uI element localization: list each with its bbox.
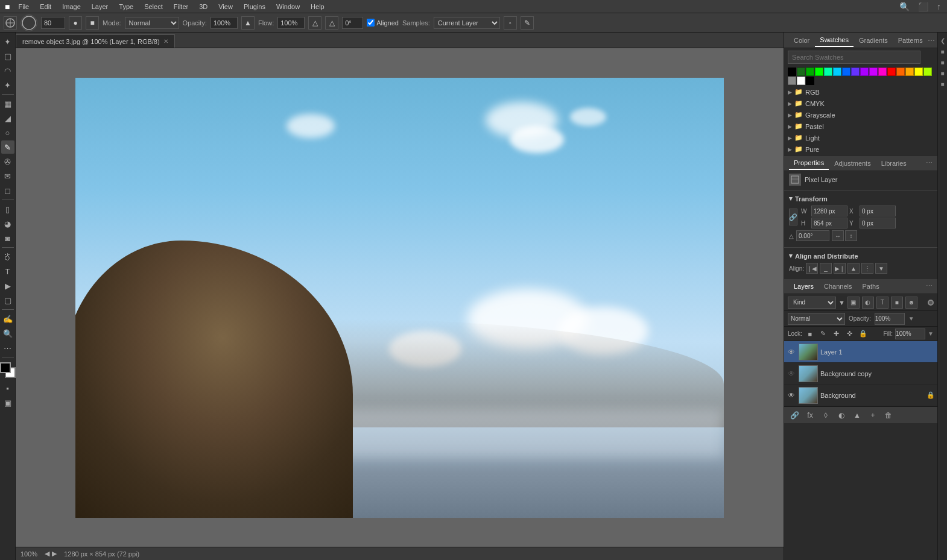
swatch-green[interactable] (806, 68, 814, 76)
y-input[interactable] (860, 218, 896, 228)
h-input[interactable] (811, 218, 847, 228)
eyedropper-tool[interactable]: ◢ (1, 112, 14, 125)
panels-toggle-3[interactable]: ■ (939, 58, 947, 66)
align-center-v-btn[interactable]: ⋮ (861, 263, 873, 274)
swatch-magenta[interactable] (869, 68, 878, 76)
layer-item-1[interactable]: 👁 Background copy (784, 363, 937, 385)
properties-menu-icon[interactable]: ⋯ (926, 159, 933, 167)
foreground-color[interactable] (0, 362, 11, 373)
swatch-yellow-green[interactable] (923, 68, 932, 76)
pen-tool[interactable]: ⛣ (1, 250, 14, 263)
dodge-tool[interactable]: ◙ (1, 231, 14, 245)
shape-tool[interactable]: ▢ (1, 294, 14, 307)
swatch-gray[interactable] (788, 77, 796, 85)
hand-tool[interactable]: ✍ (1, 312, 14, 326)
layer-eye-1[interactable]: 👁 (787, 369, 796, 379)
samples-select[interactable]: Current Layer (434, 17, 500, 29)
select-tool[interactable]: ▢ (1, 49, 14, 63)
flip-v-btn[interactable]: ↕ (845, 230, 857, 241)
panels-toggle-5[interactable]: ■ (939, 80, 947, 88)
tab-paths[interactable]: Paths (858, 280, 884, 292)
menu-view[interactable]: View (214, 2, 238, 11)
spot-heal-tool[interactable]: ○ (1, 126, 14, 139)
filter-type-btn[interactable]: T (876, 297, 888, 309)
menu-help[interactable]: Help (306, 2, 329, 11)
tab-color[interactable]: Color (789, 34, 814, 46)
panel-menu-icon[interactable]: ⋯ (928, 36, 935, 45)
eraser-tool[interactable]: ◻ (1, 184, 14, 197)
swatch-purple[interactable] (851, 68, 860, 76)
angle-icon[interactable]: △ (325, 16, 338, 30)
swatch-blue[interactable] (842, 68, 850, 76)
tab-adjustments[interactable]: Adjustments (829, 157, 876, 169)
layer-item-2[interactable]: 👁 Background 🔒 (784, 385, 937, 406)
lock-artboard-btn[interactable]: ✚ (831, 329, 842, 339)
gradient-tool[interactable]: ▯ (1, 203, 14, 216)
layer-adjust-btn[interactable]: ◐ (835, 409, 848, 422)
layer-eye-2[interactable]: 👁 (787, 391, 796, 400)
w-input[interactable] (811, 206, 847, 216)
filter-adj-btn[interactable]: ◐ (862, 297, 874, 309)
flip-h-btn[interactable]: ↔ (832, 230, 844, 241)
zoom-tool[interactable]: 🔍 (1, 327, 14, 340)
search-btn[interactable]: 🔍 (896, 2, 913, 11)
brush-hardness-icon[interactable]: ■ (86, 16, 99, 30)
menu-window[interactable]: Window (271, 2, 305, 11)
prev-arrow[interactable]: ◀ (45, 550, 49, 558)
tab-swatches[interactable]: Swatches (815, 34, 854, 47)
workspace-btn[interactable]: ⬛ (914, 2, 932, 11)
x-input[interactable] (860, 206, 896, 216)
layer-fx-btn[interactable]: fx (803, 409, 817, 422)
menu-layer[interactable]: Layer (87, 2, 113, 11)
layer-eye-0[interactable]: 👁 (787, 347, 796, 357)
swatch-black2[interactable] (806, 77, 814, 85)
next-arrow[interactable]: ▶ (52, 550, 57, 558)
menu-select[interactable]: Select (139, 2, 168, 11)
brush-tool[interactable]: ✎ (1, 140, 14, 154)
canvas-wrapper[interactable] (16, 48, 784, 547)
lock-all-btn[interactable]: 🔒 (858, 329, 869, 339)
tab-gradients[interactable]: Gradients (854, 34, 893, 46)
screen-mode-btn[interactable]: ▣ (1, 396, 14, 409)
extra-btn[interactable]: ✎ (521, 16, 534, 30)
swatch-black[interactable] (788, 68, 796, 76)
swatch-white[interactable] (797, 77, 805, 85)
tab-patterns[interactable]: Patterns (893, 34, 928, 46)
align-center-h-btn[interactable]: ⎯ (820, 263, 832, 274)
align-top-btn[interactable]: ▲ (847, 263, 860, 274)
menu-3d[interactable]: 3D (194, 2, 212, 11)
layer-item-0[interactable]: 👁 Layer 1 (784, 341, 937, 363)
magic-wand-tool[interactable]: ✦ (1, 78, 14, 92)
blend-mode-select[interactable]: Normal (788, 313, 845, 325)
brush-mode-icon[interactable]: ● (69, 16, 82, 30)
swatch-darkgreen[interactable] (797, 68, 805, 76)
align-left-btn[interactable]: ❘◀ (806, 263, 818, 274)
lock-transparent-btn[interactable]: ■ (805, 329, 816, 339)
transform-collapse-arrow[interactable]: ▾ (789, 195, 793, 203)
menu-file[interactable]: File (13, 2, 34, 11)
filter-smart-btn[interactable]: ☻ (905, 297, 917, 309)
layer-group-btn[interactable]: ▲ (850, 409, 864, 422)
share-btn[interactable]: ↑ (933, 2, 945, 11)
folder-cmyk[interactable]: ▶ 📁 CMYK (784, 98, 937, 109)
layers-menu-icon[interactable]: ⋯ (926, 282, 933, 290)
folder-pastel[interactable]: ▶ 📁 Pastel (784, 121, 937, 132)
tab-close[interactable]: ✕ (163, 38, 168, 45)
fill-input[interactable] (895, 329, 925, 339)
text-tool[interactable]: T (1, 265, 14, 278)
angle-transform-input[interactable] (796, 230, 829, 241)
lock-move-btn[interactable]: ✜ (844, 329, 855, 339)
flow-input[interactable] (277, 17, 305, 29)
tab-libraries[interactable]: Libraries (876, 157, 911, 169)
clone-stamp-tool[interactable]: ✇ (1, 155, 14, 168)
swatch-red[interactable] (887, 68, 896, 76)
swatch-cyan-green[interactable] (824, 68, 832, 76)
crop-tool[interactable]: ▦ (1, 97, 14, 110)
tab-layers[interactable]: Layers (789, 280, 819, 292)
brush-size-input[interactable] (41, 17, 65, 29)
lasso-tool[interactable]: ◠ (1, 64, 14, 77)
history-brush-tool[interactable]: ✉ (1, 169, 14, 183)
canvas-tab[interactable]: remove object 3.jpg @ 100% (Layer 1, RGB… (16, 34, 175, 48)
folder-rgb[interactable]: ▶ 📁 RGB (784, 86, 937, 98)
layer-new-btn[interactable]: + (866, 409, 879, 422)
